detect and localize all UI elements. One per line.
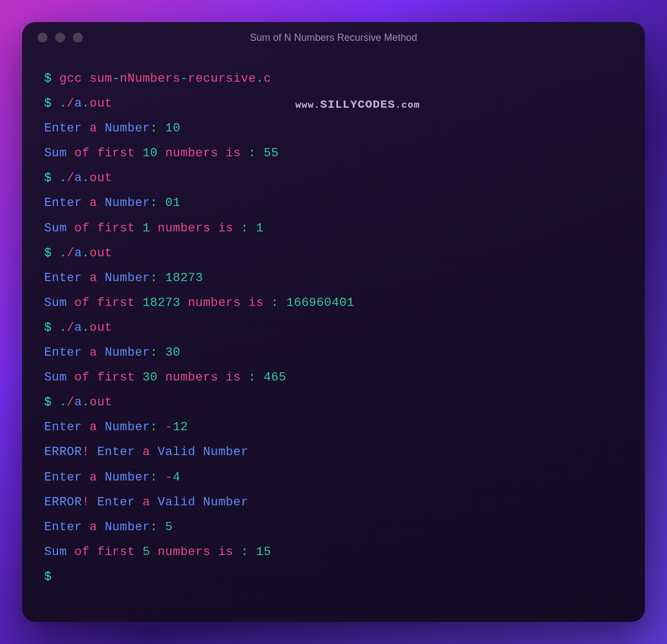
terminal-token: a bbox=[82, 420, 105, 434]
terminal-token: 18273 bbox=[165, 271, 203, 285]
terminal-token: 30 bbox=[142, 371, 157, 384]
terminal-token: : bbox=[271, 296, 279, 310]
terminal-token: . bbox=[82, 246, 90, 260]
terminal-token: 15 bbox=[256, 545, 271, 559]
terminal-token: Enter bbox=[44, 520, 82, 534]
terminal-token: . bbox=[59, 321, 67, 335]
terminal-token: . bbox=[59, 97, 67, 110]
terminal-token: gcc sum bbox=[59, 72, 112, 86]
terminal-token: of first bbox=[67, 371, 142, 384]
terminal-line: Enter a Number: 18273 bbox=[44, 266, 623, 291]
terminal-line: $ bbox=[44, 564, 623, 589]
terminal-token: ERROR bbox=[44, 445, 82, 459]
terminal-token: $ bbox=[44, 97, 59, 110]
terminal-token: 18273 bbox=[142, 296, 181, 310]
terminal-token: a bbox=[75, 395, 82, 409]
terminal-token: Enter bbox=[89, 495, 135, 509]
terminal-token: Sum bbox=[44, 371, 67, 384]
close-icon[interactable] bbox=[38, 33, 47, 43]
terminal-token: out bbox=[89, 246, 112, 260]
terminal-token: Enter bbox=[44, 122, 82, 135]
terminal-token: 465 bbox=[263, 371, 286, 384]
terminal-line: Sum of first 10 numbers is : 55 bbox=[44, 141, 623, 166]
terminal-token: Enter bbox=[44, 196, 82, 210]
terminal-token: . bbox=[82, 97, 90, 110]
terminal-line: Enter a Number: 10 bbox=[44, 116, 623, 141]
terminal-token: Valid Number bbox=[158, 495, 248, 509]
terminal-token: : bbox=[248, 371, 256, 384]
terminal-token: Sum bbox=[44, 221, 67, 235]
terminal-token: 4 bbox=[173, 471, 181, 484]
terminal-token: c bbox=[263, 72, 271, 86]
terminal-token: Sum bbox=[44, 545, 67, 559]
terminal-token: Number bbox=[105, 420, 150, 434]
terminal-token: Number bbox=[105, 520, 150, 534]
terminal-token: . bbox=[59, 246, 67, 260]
terminal-token: numbers is bbox=[150, 221, 241, 235]
terminal-token: Number bbox=[105, 346, 150, 360]
terminal-token: of first bbox=[67, 146, 142, 160]
terminal-token: a bbox=[135, 495, 157, 509]
watermark-main: SILLYCODES bbox=[320, 98, 395, 111]
terminal-line: Sum of first 5 numbers is : 15 bbox=[44, 540, 623, 564]
window-controls bbox=[22, 33, 83, 43]
terminal-body[interactable]: www.SILLYCODES.com $ gcc sum-nNumbers-re… bbox=[22, 53, 645, 603]
terminal-token: Enter bbox=[44, 271, 82, 285]
terminal-token: ERROR bbox=[44, 495, 82, 509]
terminal-token: 01 bbox=[165, 196, 180, 210]
terminal-token: Enter bbox=[44, 420, 82, 434]
terminal-token: Number bbox=[105, 196, 150, 210]
terminal-token: : bbox=[150, 520, 165, 534]
terminal-token: 5 bbox=[165, 520, 173, 534]
terminal-token: : bbox=[150, 471, 165, 484]
terminal-token: a bbox=[82, 471, 105, 484]
terminal-token: numbers is bbox=[181, 296, 271, 310]
terminal-token: / bbox=[67, 395, 75, 409]
terminal-token bbox=[248, 221, 256, 235]
terminal-token: Sum bbox=[44, 296, 67, 310]
terminal-token: : bbox=[150, 420, 165, 434]
titlebar: Sum of N Numbers Recursive Method bbox=[22, 22, 645, 53]
terminal-token: recursive bbox=[188, 72, 256, 86]
terminal-token: Enter bbox=[44, 471, 82, 484]
terminal-token: Enter bbox=[89, 445, 135, 459]
terminal-token: $ bbox=[44, 171, 59, 185]
terminal-token: of first bbox=[67, 296, 142, 310]
terminal-token: out bbox=[89, 171, 112, 185]
terminal-window: Sum of N Numbers Recursive Method www.SI… bbox=[22, 22, 645, 622]
terminal-token: ! bbox=[82, 445, 90, 459]
terminal-token: / bbox=[67, 246, 75, 260]
terminal-token: - bbox=[165, 420, 173, 434]
terminal-token: 166960401 bbox=[287, 296, 354, 310]
terminal-line: Enter a Number: -4 bbox=[44, 465, 623, 490]
terminal-token: . bbox=[59, 395, 67, 409]
terminal-token: of first bbox=[67, 221, 142, 235]
terminal-line: Enter a Number: 30 bbox=[44, 340, 623, 365]
terminal-token: 10 bbox=[142, 146, 157, 160]
terminal-token: - bbox=[181, 72, 188, 86]
terminal-token: : bbox=[248, 146, 256, 160]
window-title: Sum of N Numbers Recursive Method bbox=[22, 32, 645, 44]
terminal-token: : bbox=[150, 196, 165, 210]
terminal-line: Enter a Number: -12 bbox=[44, 415, 623, 440]
terminal-token: / bbox=[67, 97, 75, 110]
terminal-token: $ bbox=[44, 395, 59, 409]
terminal-token: : bbox=[241, 545, 248, 559]
terminal-token: . bbox=[256, 72, 264, 86]
minimize-icon[interactable] bbox=[55, 33, 65, 43]
terminal-token: $ bbox=[44, 321, 59, 335]
terminal-token bbox=[279, 296, 287, 310]
terminal-token: ! bbox=[82, 495, 90, 509]
terminal-token: a bbox=[75, 321, 82, 335]
terminal-line: Enter a Number: 5 bbox=[44, 515, 623, 540]
maximize-icon[interactable] bbox=[73, 33, 83, 43]
terminal-token: a bbox=[82, 122, 105, 135]
terminal-token: Enter bbox=[44, 346, 82, 360]
terminal-line: Sum of first 18273 numbers is : 16696040… bbox=[44, 291, 623, 315]
terminal-token: 30 bbox=[165, 346, 180, 360]
terminal-token: / bbox=[67, 171, 75, 185]
terminal-line: Sum of first 30 numbers is : 465 bbox=[44, 365, 623, 390]
terminal-token: numbers is bbox=[158, 371, 248, 384]
terminal-token: nNumbers bbox=[120, 72, 181, 86]
terminal-token: Valid Number bbox=[158, 445, 248, 459]
